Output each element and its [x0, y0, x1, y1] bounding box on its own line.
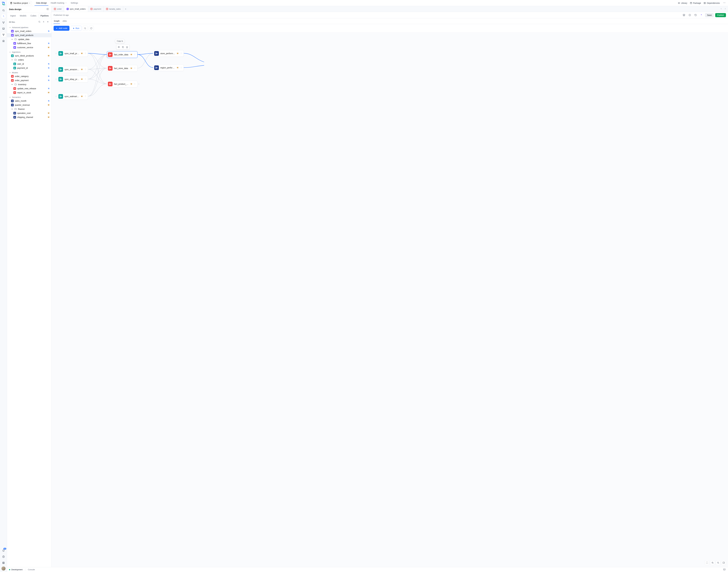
- publish-button[interactable]: Publish: [715, 13, 726, 17]
- info-icon[interactable]: [687, 13, 692, 17]
- history-icon[interactable]: [694, 13, 698, 17]
- canvas-zoom-out[interactable]: [716, 560, 720, 565]
- graph-node[interactable]: fact_order_dataM: [107, 51, 137, 58]
- tree-item[interactable]: sync_tmall_products: [7, 33, 51, 37]
- tree-group-header[interactable]: Models: [7, 71, 51, 74]
- top-tab-data-design[interactable]: Data design: [34, 0, 48, 6]
- subtab-ingest[interactable]: Ingest: [8, 14, 17, 18]
- node-more[interactable]: [134, 67, 136, 70]
- subtab-cubes[interactable]: Cubes: [29, 14, 38, 18]
- layers-icon[interactable]: [682, 13, 686, 17]
- node-more[interactable]: [84, 52, 87, 55]
- rail-notifications[interactable]: 99: [1, 548, 6, 553]
- node-port-in[interactable]: [56, 96, 57, 97]
- rail-avatar[interactable]: [1, 566, 6, 571]
- add-node-button[interactable]: Add node: [54, 26, 69, 31]
- file-tab[interactable]: payment: [88, 6, 104, 12]
- graph-node[interactable]: fact_store_dataM: [107, 65, 137, 72]
- graph-canvas[interactable]: Copy to sync_tmall_produ...Msync_amazon_…: [52, 32, 728, 567]
- node-port-in[interactable]: [56, 69, 57, 70]
- tree-item[interactable]: order_categoryN: [7, 74, 51, 78]
- tree-item[interactable]: user_idN: [7, 62, 51, 66]
- graph-node[interactable]: sync_ebay_produ...M: [57, 76, 88, 83]
- sidebar-collapse-all[interactable]: [42, 20, 45, 24]
- sidebar-collapse[interactable]: [46, 7, 49, 11]
- tree-item[interactable]: order_paymentN: [7, 78, 51, 82]
- env-indicator[interactable]: Development: [9, 569, 22, 571]
- tree-item[interactable]: update_new_releaseN: [7, 86, 51, 90]
- node-port-in[interactable]: [56, 53, 57, 54]
- canvas-minimap[interactable]: [721, 560, 726, 565]
- graph-node[interactable]: sync_amazon_pr...M: [57, 66, 88, 73]
- action-dependencies[interactable]: Dependencies: [704, 2, 720, 4]
- canvas-zoom-in[interactable]: [710, 560, 715, 565]
- tree-item[interactable]: sync_tmall_ordersN: [7, 29, 51, 33]
- tree-item[interactable]: quarter_revenueM: [7, 103, 51, 107]
- tree-item[interactable]: customer_serviceM: [7, 46, 51, 50]
- tree-item[interactable]: shipping_channelM: [7, 115, 51, 119]
- graph-refresh[interactable]: [89, 26, 94, 31]
- node-port-out[interactable]: [138, 83, 139, 85]
- action-package[interactable]: Package: [690, 2, 701, 4]
- action-library[interactable]: Library: [678, 2, 687, 4]
- tree-item[interactable]: sales_monthN: [7, 99, 51, 103]
- more-menu[interactable]: [722, 1, 726, 5]
- content-tab-jobs[interactable]: Jobs: [62, 18, 67, 24]
- rail-branches[interactable]: [1, 20, 6, 25]
- subtab-models[interactable]: Models: [18, 14, 28, 18]
- tree-group-header[interactable]: Semantics: [7, 95, 51, 99]
- tab-nav-prev[interactable]: [720, 7, 723, 11]
- ai-icon[interactable]: [699, 13, 704, 17]
- rail-ai[interactable]: [1, 14, 6, 19]
- graph-search[interactable]: [83, 26, 88, 31]
- node-more[interactable]: [180, 52, 183, 55]
- project-selector[interactable]: Sandbox project: [9, 1, 32, 5]
- rail-inbox[interactable]: [1, 26, 6, 31]
- node-more[interactable]: [84, 68, 87, 71]
- tree-folder[interactable]: inventory: [7, 82, 51, 86]
- tree-item[interactable]: report_in_stockM: [7, 90, 51, 95]
- rail-search[interactable]: [1, 8, 6, 13]
- tree-folder[interactable]: finance: [7, 107, 51, 111]
- rail-pipeline[interactable]: [1, 32, 6, 37]
- graph-node[interactable]: region_performanceM: [153, 64, 184, 71]
- sidebar-add[interactable]: [46, 20, 49, 24]
- top-tab-health-tracking[interactable]: Health tracking: [49, 0, 68, 6]
- subtab-pipelines[interactable]: Pipelines: [39, 14, 51, 18]
- file-tab-add[interactable]: [123, 6, 128, 12]
- file-tab[interactable]: lazada_sales: [104, 6, 123, 12]
- tree-item[interactable]: sync_tiktok_productsM: [7, 54, 51, 58]
- top-tab-settings[interactable]: Settings: [69, 0, 79, 6]
- graph-node[interactable]: sync_tmall_produ...M: [57, 50, 88, 57]
- save-button[interactable]: Save: [705, 13, 714, 17]
- rail-help[interactable]: [1, 554, 6, 559]
- rail-governance[interactable]: [1, 39, 6, 44]
- tree-group-header[interactable]: Ingestions: [7, 50, 51, 54]
- graph-node[interactable]: sync_walmart_pr...M: [57, 93, 88, 100]
- node-copy-to[interactable]: [117, 45, 121, 49]
- tree-item[interactable]: fullfillment_flowN: [7, 41, 51, 46]
- file-tab[interactable]: sync_tmall_orders: [64, 6, 88, 12]
- tree-folder[interactable]: orders: [7, 58, 51, 62]
- graph-node[interactable]: store_performanceM: [153, 50, 184, 57]
- graph-node[interactable]: fact_product_dataM: [107, 81, 137, 87]
- run-button[interactable]: Run: [71, 26, 81, 31]
- rail-data[interactable]: [1, 560, 6, 565]
- sidebar-search[interactable]: [38, 20, 41, 24]
- node-more[interactable]: [134, 83, 136, 86]
- node-more[interactable]: [180, 66, 183, 69]
- tree-folder[interactable]: update_data: [7, 37, 51, 41]
- node-delete[interactable]: [125, 45, 129, 49]
- tree-item[interactable]: operation_costM: [7, 111, 51, 115]
- tree-item[interactable]: payment_idN: [7, 66, 51, 70]
- footer-panel-toggle[interactable]: [723, 568, 726, 571]
- file-tab[interactable]: order: [52, 6, 64, 12]
- node-duplicate[interactable]: [121, 45, 125, 49]
- node-more[interactable]: [84, 95, 87, 98]
- tree-group-header[interactable]: Advanced pipelines: [7, 26, 51, 29]
- footer-console[interactable]: Console: [28, 569, 35, 571]
- canvas-fit[interactable]: [705, 560, 709, 565]
- content-tab-graph[interactable]: Graph: [54, 18, 60, 24]
- node-port-in[interactable]: [56, 79, 57, 80]
- node-more[interactable]: [84, 78, 87, 81]
